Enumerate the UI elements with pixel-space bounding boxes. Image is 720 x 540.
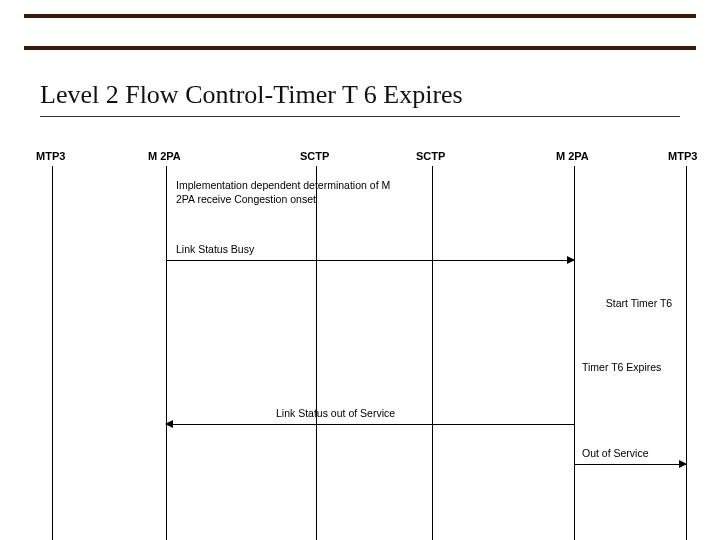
lifeline-m2pa-left	[166, 166, 167, 540]
lifeline-mtp3-left	[52, 166, 53, 540]
lane-label-m2pa-left: M 2PA	[148, 150, 181, 162]
lane-label-sctp-right: SCTP	[416, 150, 445, 162]
title-underline	[40, 116, 680, 117]
slide-decoration-bar	[24, 14, 696, 50]
lifeline-sctp-left	[316, 166, 317, 540]
slide-title: Level 2 Flow Control-Timer T 6 Expires	[40, 80, 463, 110]
arrow-link-status-busy	[166, 260, 574, 261]
lane-label-m2pa-right: M 2PA	[556, 150, 589, 162]
lane-label-mtp3-left: MTP3	[36, 150, 65, 162]
lifeline-sctp-right	[432, 166, 433, 540]
label-link-status-busy: Link Status Busy	[176, 242, 254, 256]
note-implementation-dependent: Implementation dependent determination o…	[176, 178, 406, 206]
lane-label-sctp-left: SCTP	[300, 150, 329, 162]
label-out-of-service: Out of Service	[582, 446, 649, 460]
note-timer-t6-expires: Timer T6 Expires	[582, 360, 662, 374]
label-link-status-out-of-service: Link Status out of Service	[276, 406, 395, 420]
arrow-link-status-out-of-service	[166, 424, 574, 425]
note-start-timer-t6: Start Timer T6	[604, 296, 674, 310]
arrow-out-of-service	[574, 464, 686, 465]
lifeline-mtp3-right	[686, 166, 687, 540]
lifeline-m2pa-right	[574, 166, 575, 540]
lane-label-mtp3-right: MTP3	[668, 150, 697, 162]
